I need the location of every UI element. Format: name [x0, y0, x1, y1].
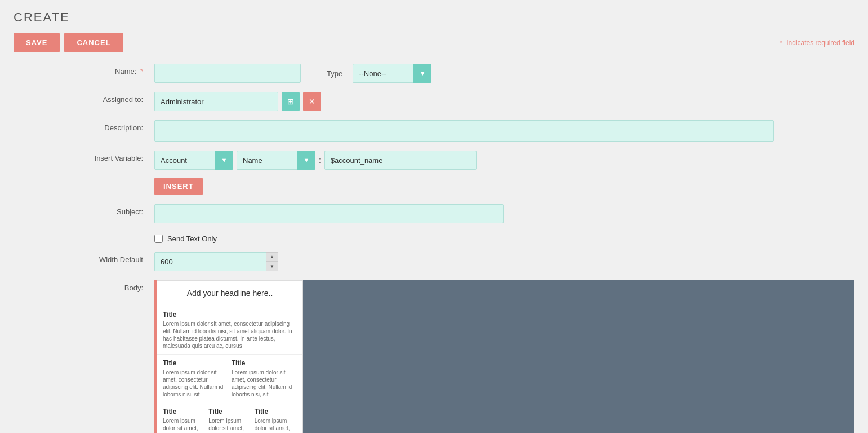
- save-button[interactable]: SAVE: [14, 33, 60, 52]
- required-note: * Indicates required field: [780, 39, 854, 47]
- close-icon: ✕: [309, 97, 315, 106]
- insert-variable-inputs: Account Name : $account_name: [154, 151, 477, 170]
- body-template-panel: Add your headline here.. Title Lorem ips…: [157, 280, 303, 433]
- template2-col2: Title Lorem ipsum dolor sit amet, consec…: [232, 359, 297, 398]
- template2-col2-text: Lorem ipsum dolor sit amet, consectetur …: [232, 369, 297, 398]
- width-increment-button[interactable]: ▲: [266, 252, 278, 262]
- send-text-only-checkbox[interactable]: [154, 235, 163, 243]
- subject-input[interactable]: [154, 204, 504, 223]
- type-select-wrapper: --None--: [353, 64, 431, 83]
- body-content: Add your headline here.. Title Lorem ips…: [154, 280, 854, 433]
- send-text-only-checkbox-row: Send Text Only: [154, 235, 217, 243]
- template3-col3-text: Lorem ipsum dolor sit amet, consectetur: [255, 417, 297, 433]
- name-label: Name: *: [14, 64, 154, 76]
- width-decrement-button[interactable]: ▼: [266, 262, 278, 271]
- body-headline: Add your headline here..: [157, 281, 302, 306]
- page-container: CREATE SAVE CANCEL * Indicates required …: [0, 0, 868, 433]
- body-left-panel: Add your headline here.. Title Lorem ips…: [154, 280, 303, 433]
- type-label: Type: [327, 69, 342, 78]
- insert-variable-control-area: Account Name : $account_name INSERT: [154, 151, 854, 195]
- template-item-2[interactable]: Title Lorem ipsum dolor sit amet, consec…: [157, 355, 302, 403]
- cancel-button[interactable]: CANCEL: [64, 33, 123, 52]
- name-required-star: *: [140, 67, 143, 76]
- colon-separator: :: [319, 156, 321, 165]
- type-section: Type --None--: [327, 64, 431, 83]
- toolbar: SAVE CANCEL * Indicates required field: [14, 33, 854, 52]
- template-item-1[interactable]: Title Lorem ipsum dolor sit amet, consec…: [157, 306, 302, 355]
- variable-result-input[interactable]: $account_name: [324, 151, 477, 170]
- assigned-to-label: Assigned to:: [14, 92, 154, 104]
- send-text-only-spacer: [14, 232, 154, 236]
- variable-field-wrapper: Name: [237, 151, 315, 170]
- variable-module-select[interactable]: Account: [154, 151, 233, 170]
- variable-field-select[interactable]: Name: [237, 151, 315, 170]
- description-label: Description:: [14, 120, 154, 132]
- template3-col2-title: Title: [208, 408, 251, 416]
- template3-col2: Title Lorem ipsum dolor sit amet, consec…: [208, 408, 251, 433]
- template3-col2-text: Lorem ipsum dolor sit amet, consectetur: [208, 417, 251, 433]
- body-left-accent-bar: [154, 280, 157, 433]
- insert-variable-label: Insert Variable:: [14, 151, 154, 162]
- subject-control-area: [154, 204, 854, 223]
- description-input[interactable]: [154, 120, 774, 142]
- template3-col1-title: Title: [163, 408, 205, 416]
- insert-button[interactable]: INSERT: [154, 178, 203, 195]
- assigned-select-button[interactable]: ⊞: [282, 92, 300, 111]
- page-title: CREATE: [14, 10, 854, 25]
- body-row: Body: Add your headline here.. Title Lor…: [14, 280, 854, 433]
- width-default-label: Width Default: [14, 252, 154, 264]
- body-label: Body:: [14, 280, 154, 292]
- template3-col1-text: Lorem ipsum dolor sit amet, consectetur: [163, 417, 205, 433]
- template1-title: Title: [163, 311, 297, 319]
- template-item-3[interactable]: Title Lorem ipsum dolor sit amet, consec…: [157, 403, 302, 433]
- required-note-text: Indicates required field: [786, 39, 854, 47]
- variable-module-wrapper: Account: [154, 151, 233, 170]
- name-input[interactable]: [154, 64, 301, 83]
- template2-col1: Title Lorem ipsum dolor sit amet, consec…: [163, 359, 228, 398]
- assigned-to-row: Assigned to: Administrator ⊞ ✕: [14, 92, 854, 111]
- send-text-only-label: Send Text Only: [167, 235, 217, 243]
- template3-cols: Title Lorem ipsum dolor sit amet, consec…: [163, 408, 297, 433]
- template1-text: Lorem ipsum dolor sit amet, consectetur …: [163, 320, 297, 350]
- description-control-area: [154, 120, 854, 142]
- send-text-only-area: Send Text Only: [154, 232, 854, 243]
- width-spinner: ▲ ▼: [266, 252, 278, 271]
- name-row: Name: * Type --None--: [14, 64, 854, 83]
- assigned-to-input[interactable]: Administrator: [154, 92, 278, 111]
- assigned-clear-button[interactable]: ✕: [303, 92, 321, 111]
- subject-row: Subject:: [14, 204, 854, 223]
- bookmark-icon: ⊞: [287, 97, 294, 106]
- name-control-area: Type --None--: [154, 64, 854, 83]
- insert-variable-row: Insert Variable: Account Name : $account…: [14, 151, 854, 195]
- template3-col3-title: Title: [255, 408, 297, 416]
- template3-col3: Title Lorem ipsum dolor sit amet, consec…: [255, 408, 297, 433]
- assigned-to-control-area: Administrator ⊞ ✕: [154, 92, 854, 111]
- template2-col2-title: Title: [232, 359, 297, 367]
- template2-col1-title: Title: [163, 359, 228, 367]
- template2-col1-text: Lorem ipsum dolor sit amet, consectetur …: [163, 369, 228, 398]
- template3-col1: Title Lorem ipsum dolor sit amet, consec…: [163, 408, 205, 433]
- required-star: *: [780, 39, 782, 47]
- width-default-control-area: 600 ▲ ▼: [154, 252, 854, 271]
- type-select[interactable]: --None--: [353, 64, 431, 83]
- width-input-wrapper: 600 ▲ ▼: [154, 252, 278, 271]
- description-row: Description:: [14, 120, 854, 142]
- send-text-only-row: Send Text Only: [14, 232, 854, 243]
- body-editor-panel[interactable]: [303, 280, 854, 433]
- width-default-row: Width Default 600 ▲ ▼: [14, 252, 854, 271]
- template2-cols: Title Lorem ipsum dolor sit amet, consec…: [163, 359, 297, 398]
- subject-label: Subject:: [14, 204, 154, 216]
- width-default-input[interactable]: 600: [154, 252, 278, 271]
